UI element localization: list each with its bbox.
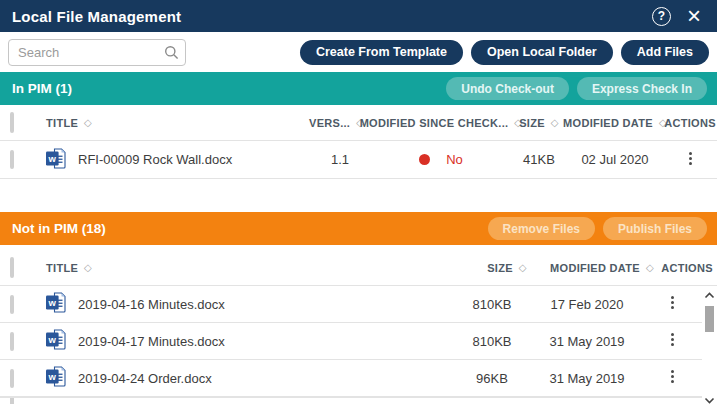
word-file-icon: w	[46, 292, 66, 316]
search-input[interactable]	[8, 39, 186, 66]
file-version: 1.1	[309, 152, 371, 167]
open-local-folder-button[interactable]: Open Local Folder	[471, 40, 613, 65]
row-checkbox[interactable]	[10, 397, 14, 404]
not-in-pim-title: Not in PIM (18)	[12, 221, 106, 236]
svg-text:w: w	[48, 297, 57, 308]
column-header-actions: ACTIONS	[663, 117, 717, 129]
column-header-modified-date[interactable]: MODIFIED DATE ◇	[567, 117, 663, 129]
row-checkbox[interactable]	[10, 150, 14, 169]
column-header-title[interactable]: TITLE ◇	[46, 262, 467, 274]
in-pim-title: In PIM (1)	[12, 81, 72, 96]
page-title: Local File Management	[12, 8, 181, 25]
file-size: 810KB	[452, 297, 532, 312]
column-header-modified-since[interactable]: MODIFIED SINCE CHECK... ◇	[371, 117, 511, 129]
file-modified-date: 31 May 2019	[532, 371, 642, 386]
in-pim-section-bar: In PIM (1) Undo Check-out Express Check …	[0, 72, 717, 105]
column-header-modified-date[interactable]: MODIFIED DATE ◇	[547, 262, 657, 274]
kebab-menu-icon[interactable]	[683, 147, 698, 170]
sort-icon[interactable]: ◇	[84, 117, 92, 128]
kebab-menu-icon[interactable]	[665, 328, 680, 351]
sort-icon[interactable]: ◇	[551, 117, 559, 128]
table-row: w 2019-04-16 Minutes.docx 810KB 17 Feb 2…	[0, 286, 702, 323]
file-size: 810KB	[452, 334, 532, 349]
word-file-icon: w	[46, 329, 66, 353]
word-file-icon: w	[46, 366, 66, 390]
row-checkbox[interactable]	[10, 295, 14, 314]
not-in-pim-section-bar: Not in PIM (18) Remove Files Publish Fil…	[0, 212, 717, 245]
scrollbar-thumb[interactable]	[705, 306, 714, 332]
express-checkin-button[interactable]: Express Check In	[577, 77, 707, 100]
file-title: 2019-04-16 Minutes.docx	[78, 297, 225, 312]
in-pim-table-header: TITLE ◇ VERS... ◇ MODIFIED SINCE CHECK..…	[0, 105, 717, 141]
not-in-pim-table-header: TITLE ◇ SIZE ◇ MODIFIED DATE ◇ ACTIONS	[0, 250, 717, 286]
create-from-template-button[interactable]: Create From Template	[300, 40, 463, 65]
search-icon	[164, 45, 179, 64]
table-row: w 2019-04-24 Order.docx 96KB 31 May 2019	[0, 360, 702, 397]
modified-since-checkout-value: No	[446, 152, 463, 167]
file-title: RFI-00009 Rock Wall.docx	[78, 152, 232, 167]
row-checkbox[interactable]	[10, 332, 14, 351]
file-title: 2019-04-17 Minutes.docx	[78, 334, 225, 349]
remove-files-button[interactable]: Remove Files	[488, 217, 595, 240]
select-all-checkbox[interactable]	[10, 257, 14, 278]
close-icon[interactable]: ×	[687, 6, 701, 26]
column-header-title[interactable]: TITLE ◇	[46, 117, 309, 129]
file-size: 96KB	[452, 371, 532, 386]
svg-text:w: w	[48, 371, 57, 382]
kebab-menu-icon[interactable]	[665, 365, 680, 388]
vertical-scrollbar	[702, 286, 717, 404]
row-checkbox[interactable]	[10, 369, 14, 388]
svg-text:w: w	[48, 153, 57, 164]
column-header-actions: ACTIONS	[657, 262, 717, 274]
file-modified-date: 31 May 2019	[532, 334, 642, 349]
kebab-menu-icon[interactable]	[665, 291, 680, 314]
column-header-size[interactable]: SIZE ◇	[511, 117, 567, 129]
select-all-checkbox[interactable]	[10, 112, 14, 133]
sort-icon[interactable]: ◇	[646, 262, 654, 273]
add-files-button[interactable]: Add Files	[621, 40, 709, 65]
file-modified-date: 02 Jul 2020	[567, 152, 663, 167]
undo-checkout-button[interactable]: Undo Check-out	[446, 77, 569, 100]
sort-icon[interactable]: ◇	[519, 262, 527, 273]
status-dot-icon	[419, 154, 430, 165]
word-file-icon: w	[46, 148, 66, 172]
table-row-partial	[0, 397, 702, 404]
section-gap	[0, 179, 717, 212]
dialog-header: Local File Management ? ×	[0, 0, 717, 32]
column-header-size[interactable]: SIZE ◇	[467, 262, 547, 274]
toolbar: Create From Template Open Local Folder A…	[0, 32, 717, 72]
publish-files-button[interactable]: Publish Files	[603, 217, 707, 240]
not-in-pim-rows-viewport: w 2019-04-16 Minutes.docx 810KB 17 Feb 2…	[0, 286, 717, 404]
scroll-down-icon[interactable]	[704, 390, 715, 404]
file-title: 2019-04-24 Order.docx	[78, 371, 212, 386]
file-modified-date: 17 Feb 2020	[532, 297, 642, 312]
svg-text:w: w	[48, 334, 57, 345]
help-icon[interactable]: ?	[652, 7, 671, 26]
file-size: 41KB	[511, 152, 567, 167]
sort-icon[interactable]: ◇	[84, 262, 92, 273]
table-row: w 2019-04-17 Minutes.docx 810KB 31 May 2…	[0, 323, 702, 360]
scroll-up-icon[interactable]	[704, 286, 715, 303]
table-row: w RFI-00009 Rock Wall.docx 1.1 No 41KB 0…	[0, 141, 717, 179]
